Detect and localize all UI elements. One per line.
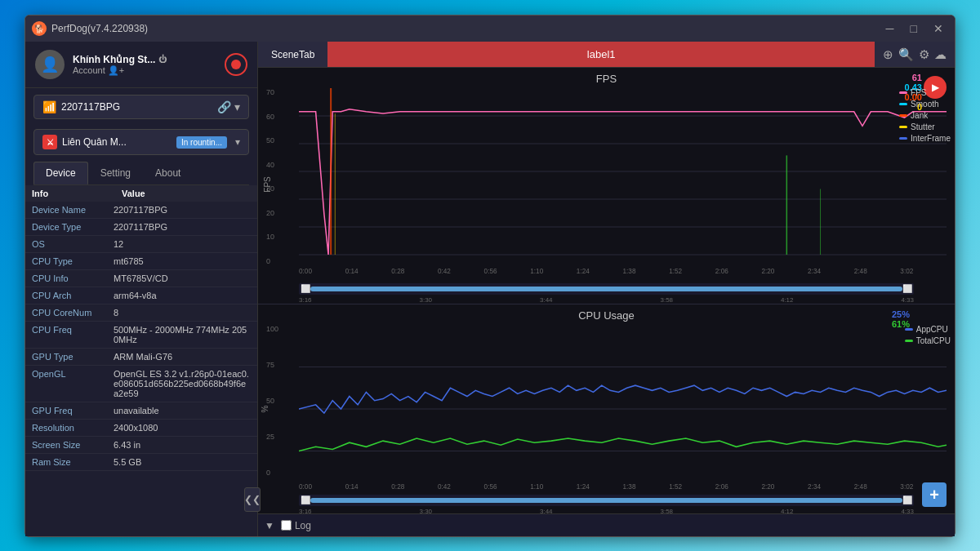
- table-row: Ram Size 5.5 GB: [25, 454, 257, 471]
- table-row: CPU Arch arm64-v8a: [25, 287, 257, 304]
- scene-tab[interactable]: SceneTab: [258, 42, 327, 67]
- app-chevron-icon: ▾: [235, 136, 240, 148]
- table-row: Device Name 2207117BPG: [25, 202, 257, 219]
- fps-legend: FPS Smooth Jank Stutter InterFrame: [899, 88, 951, 143]
- minimize-button[interactable]: ─: [881, 20, 899, 37]
- svg-text:2:48: 2:48: [854, 483, 867, 491]
- cloud-icon[interactable]: ☁: [934, 47, 947, 62]
- svg-text:1:10: 1:10: [530, 483, 543, 491]
- svg-text:2:34: 2:34: [808, 268, 821, 275]
- fps-chart-section: FPS ▶ 61 0.43 0.00 0 706050403020: [258, 68, 955, 304]
- maximize-button[interactable]: □: [906, 20, 922, 37]
- svg-text:0:00: 0:00: [299, 268, 312, 275]
- svg-text:1:10: 1:10: [530, 268, 543, 275]
- col-header-info: Info: [32, 189, 114, 198]
- svg-text:1:38: 1:38: [623, 268, 636, 275]
- svg-text:0:00: 0:00: [299, 483, 312, 491]
- right-panel: SceneTab label1 ⊕ 🔍 ⚙ ☁ FPS ▶: [258, 42, 955, 536]
- table-header: Info Value: [25, 185, 257, 202]
- fps-chart-container: 706050403020100 FPS: [299, 88, 947, 282]
- svg-text:0:28: 0:28: [391, 483, 404, 491]
- close-button[interactable]: ✕: [929, 20, 948, 37]
- app-game-icon: ⚔: [42, 135, 57, 149]
- svg-text:0:28: 0:28: [391, 268, 404, 275]
- cpu-legend: AppCPU TotalCPU: [905, 325, 951, 345]
- fps-chart-svg: 0:00 0:14 0:28 0:42 0:56 1:10 1:24 1:38 …: [299, 88, 947, 282]
- table-row: CPU CoreNum 8: [25, 304, 257, 322]
- cpu-scrollbar-right[interactable]: ⬜: [901, 495, 914, 504]
- fps-y-label: FPS: [263, 177, 272, 193]
- user-section: 👤 Khính Khủng St... ⏻ Account 👤+: [25, 42, 257, 88]
- scene-label: label1: [327, 42, 875, 67]
- location-icon[interactable]: ⊕: [883, 47, 893, 62]
- collapse-sidebar-button[interactable]: ❮❮: [244, 487, 261, 512]
- table-row: CPU Type mt6785: [25, 253, 257, 270]
- svg-text:3:02: 3:02: [900, 483, 913, 491]
- tab-about[interactable]: About: [143, 162, 193, 184]
- account-label: Account 👤+: [73, 65, 216, 76]
- chevron-down-icon: ▾: [234, 100, 240, 113]
- svg-text:1:38: 1:38: [623, 483, 636, 491]
- log-checkbox-input[interactable]: [281, 520, 292, 531]
- table-row: CPU Freq 500MHz - 2000MHz 774MHz 2050MHz: [25, 322, 257, 349]
- settings-icon[interactable]: ⚙: [919, 47, 929, 62]
- cpu-y-axis: 1007550250: [266, 325, 278, 477]
- device-selector[interactable]: 📶 2207117BPG 🔗 ▾: [33, 95, 249, 119]
- log-checkbox[interactable]: Log: [281, 520, 311, 531]
- user-info: Khính Khủng St... ⏻ Account 👤+: [73, 54, 216, 76]
- table-row: CPU Info MT6785V/CD: [25, 270, 257, 287]
- power-icon[interactable]: ⏻: [158, 55, 167, 64]
- device-tabs: Device Setting About: [33, 162, 249, 185]
- svg-text:1:24: 1:24: [577, 268, 590, 275]
- svg-text:1:52: 1:52: [669, 268, 682, 275]
- svg-text:0:42: 0:42: [438, 483, 451, 491]
- svg-text:1:52: 1:52: [669, 483, 682, 491]
- tab-device[interactable]: Device: [33, 162, 88, 184]
- cpu-scrollbar[interactable]: ⬜ ⬜: [299, 495, 914, 506]
- search-icon[interactable]: 🔍: [898, 47, 914, 62]
- cpu-extra-x-labels: 3:163:303:443:584:124:33: [299, 508, 914, 513]
- svg-text:2:20: 2:20: [761, 483, 774, 491]
- app-status-badge: In rountin...: [176, 136, 227, 149]
- fps-chart-title: FPS: [258, 71, 955, 88]
- sidebar: 👤 Khính Khủng St... ⏻ Account 👤+: [25, 42, 258, 536]
- app-selector[interactable]: ⚔ Liên Quân M... In rountin... ▾: [33, 129, 249, 155]
- wifi-icon: 📶: [42, 100, 56, 113]
- scene-icons: ⊕ 🔍 ⚙ ☁: [875, 47, 955, 62]
- svg-text:1:24: 1:24: [577, 483, 590, 491]
- add-user-icon: 👤+: [108, 65, 124, 76]
- cpu-y-label: %: [261, 405, 270, 412]
- avatar: 👤: [35, 50, 65, 79]
- cpu-chart-svg: 0:00 0:14 0:28 0:42 0:56 1:10 1:24 1:38 …: [299, 325, 947, 493]
- cpu-chart-container: 1007550250 %: [299, 325, 947, 493]
- table-row: GPU Type ARM Mali-G76: [25, 349, 257, 366]
- link-icon: 🔗: [217, 100, 231, 113]
- svg-text:2:06: 2:06: [715, 483, 728, 491]
- window-title: PerfDog(v7.4.220938): [51, 23, 881, 34]
- charts-area: FPS ▶ 61 0.43 0.00 0 706050403020: [258, 68, 955, 513]
- svg-text:0:56: 0:56: [484, 268, 497, 275]
- titlebar: 🐕 PerfDog(v7.4.220938) ─ □ ✕: [25, 16, 955, 42]
- tab-setting[interactable]: Setting: [88, 162, 143, 184]
- log-label: Log: [295, 520, 311, 531]
- record-button[interactable]: [225, 53, 247, 76]
- fps-scrollbar[interactable]: ⬜ ⬜: [299, 283, 914, 295]
- scene-bar: SceneTab label1 ⊕ 🔍 ⚙ ☁: [258, 42, 955, 68]
- fps-extra-x-labels: 3:163:303:443:584:124:33: [299, 296, 914, 304]
- svg-text:0:14: 0:14: [345, 483, 359, 491]
- table-row: OS 12: [25, 236, 257, 253]
- record-dot: [231, 60, 241, 69]
- cpu-chart-title: CPU Usage: [258, 308, 955, 325]
- cpu-chart-section: CPU Usage 25% 61% 1007550250 %: [258, 304, 955, 513]
- table-row: OpenGL OpenGL ES 3.2 v1.r26p0-01eac0.e08…: [25, 366, 257, 402]
- dropdown-button[interactable]: ▼: [265, 520, 274, 531]
- svg-text:0:56: 0:56: [484, 483, 497, 491]
- scrollbar-right-handle[interactable]: ⬜: [901, 284, 914, 293]
- device-name: 2207117BPG: [61, 101, 212, 113]
- add-chart-button[interactable]: +: [922, 482, 947, 507]
- svg-text:0:42: 0:42: [438, 268, 451, 275]
- table-row: Screen Size 6.43 in: [25, 437, 257, 454]
- app-icon: 🐕: [32, 21, 47, 36]
- username: Khính Khủng St... ⏻: [73, 54, 216, 65]
- svg-text:3:02: 3:02: [900, 268, 913, 275]
